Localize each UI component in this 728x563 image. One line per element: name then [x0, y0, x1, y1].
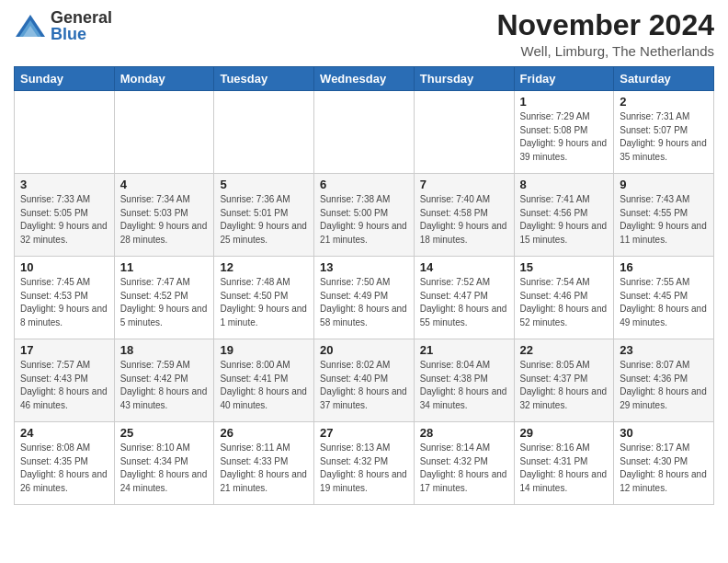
weekday-friday: Friday	[514, 67, 614, 91]
day-number: 21	[420, 343, 508, 357]
page: General Blue November 2024 Well, Limburg…	[0, 0, 728, 519]
day-number: 20	[320, 343, 408, 357]
day-info: Sunrise: 8:10 AM Sunset: 4:34 PM Dayligh…	[120, 442, 209, 495]
day-cell: 21Sunrise: 8:04 AM Sunset: 4:38 PM Dayli…	[414, 339, 514, 422]
day-info: Sunrise: 7:54 AM Sunset: 4:46 PM Dayligh…	[520, 276, 609, 329]
day-cell	[114, 91, 214, 174]
day-cell: 10Sunrise: 7:45 AM Sunset: 4:53 PM Dayli…	[15, 257, 115, 339]
day-info: Sunrise: 7:43 AM Sunset: 4:55 PM Dayligh…	[620, 193, 708, 247]
day-cell: 26Sunrise: 8:11 AM Sunset: 4:33 PM Dayli…	[214, 422, 314, 505]
weekday-thursday: Thursday	[414, 67, 514, 91]
day-cell: 7Sunrise: 7:40 AM Sunset: 4:58 PM Daylig…	[414, 174, 514, 257]
day-info: Sunrise: 8:05 AM Sunset: 4:37 PM Dayligh…	[520, 359, 609, 412]
day-number: 6	[320, 178, 408, 191]
day-info: Sunrise: 7:41 AM Sunset: 4:56 PM Dayligh…	[520, 193, 609, 247]
day-number: 25	[120, 426, 209, 440]
day-cell: 2Sunrise: 7:31 AM Sunset: 5:07 PM Daylig…	[614, 91, 714, 174]
day-cell: 16Sunrise: 7:55 AM Sunset: 4:45 PM Dayli…	[614, 257, 714, 339]
day-cell: 13Sunrise: 7:50 AM Sunset: 4:49 PM Dayli…	[314, 257, 415, 339]
day-number: 4	[120, 178, 209, 191]
day-info: Sunrise: 7:40 AM Sunset: 4:58 PM Dayligh…	[420, 193, 508, 247]
day-info: Sunrise: 7:36 AM Sunset: 5:01 PM Dayligh…	[220, 193, 308, 247]
calendar-body: 1Sunrise: 7:29 AM Sunset: 5:08 PM Daylig…	[15, 91, 714, 505]
day-number: 3	[20, 178, 108, 191]
title-block: November 2024 Well, Limburg, The Netherl…	[496, 9, 714, 59]
week-row-3: 10Sunrise: 7:45 AM Sunset: 4:53 PM Dayli…	[15, 257, 714, 339]
day-cell	[314, 91, 415, 174]
day-cell: 8Sunrise: 7:41 AM Sunset: 4:56 PM Daylig…	[514, 174, 614, 257]
day-number: 22	[520, 343, 609, 357]
day-cell: 29Sunrise: 8:16 AM Sunset: 4:31 PM Dayli…	[514, 422, 614, 505]
day-cell	[214, 91, 314, 174]
day-cell: 1Sunrise: 7:29 AM Sunset: 5:08 PM Daylig…	[514, 91, 614, 174]
week-row-2: 3Sunrise: 7:33 AM Sunset: 5:05 PM Daylig…	[15, 174, 714, 257]
day-info: Sunrise: 7:55 AM Sunset: 4:45 PM Dayligh…	[620, 276, 708, 329]
day-info: Sunrise: 7:45 AM Sunset: 4:53 PM Dayligh…	[20, 276, 108, 329]
day-number: 27	[320, 426, 408, 440]
day-info: Sunrise: 8:17 AM Sunset: 4:30 PM Dayligh…	[620, 442, 708, 495]
weekday-wednesday: Wednesday	[314, 67, 415, 91]
day-number: 16	[620, 260, 708, 274]
day-number: 26	[220, 426, 308, 440]
weekday-monday: Monday	[114, 67, 214, 91]
calendar-subtitle: Well, Limburg, The Netherlands	[496, 43, 714, 59]
day-info: Sunrise: 8:13 AM Sunset: 4:32 PM Dayligh…	[320, 442, 408, 495]
day-number: 29	[520, 426, 609, 440]
day-cell: 23Sunrise: 8:07 AM Sunset: 4:36 PM Dayli…	[614, 339, 714, 422]
week-row-5: 24Sunrise: 8:08 AM Sunset: 4:35 PM Dayli…	[15, 422, 714, 505]
day-cell	[15, 91, 115, 174]
day-info: Sunrise: 8:16 AM Sunset: 4:31 PM Dayligh…	[520, 442, 609, 495]
day-cell: 9Sunrise: 7:43 AM Sunset: 4:55 PM Daylig…	[614, 174, 714, 257]
day-info: Sunrise: 7:48 AM Sunset: 4:50 PM Dayligh…	[220, 276, 308, 329]
day-number: 1	[520, 95, 609, 109]
day-cell: 15Sunrise: 7:54 AM Sunset: 4:46 PM Dayli…	[514, 257, 614, 339]
header: General Blue November 2024 Well, Limburg…	[14, 9, 714, 59]
logo-general-text: General	[51, 9, 112, 26]
day-number: 11	[120, 260, 209, 274]
day-number: 19	[220, 343, 308, 357]
day-cell: 11Sunrise: 7:47 AM Sunset: 4:52 PM Dayli…	[114, 257, 214, 339]
day-info: Sunrise: 7:29 AM Sunset: 5:08 PM Dayligh…	[520, 110, 609, 164]
day-cell: 19Sunrise: 8:00 AM Sunset: 4:41 PM Dayli…	[214, 339, 314, 422]
day-info: Sunrise: 7:47 AM Sunset: 4:52 PM Dayligh…	[120, 276, 209, 329]
day-info: Sunrise: 7:59 AM Sunset: 4:42 PM Dayligh…	[120, 359, 209, 412]
day-number: 24	[20, 426, 108, 440]
day-cell: 5Sunrise: 7:36 AM Sunset: 5:01 PM Daylig…	[214, 174, 314, 257]
day-cell: 24Sunrise: 8:08 AM Sunset: 4:35 PM Dayli…	[15, 422, 115, 505]
day-cell	[414, 91, 514, 174]
day-cell: 4Sunrise: 7:34 AM Sunset: 5:03 PM Daylig…	[114, 174, 214, 257]
day-info: Sunrise: 7:50 AM Sunset: 4:49 PM Dayligh…	[320, 276, 408, 329]
day-cell: 25Sunrise: 8:10 AM Sunset: 4:34 PM Dayli…	[114, 422, 214, 505]
day-cell: 28Sunrise: 8:14 AM Sunset: 4:32 PM Dayli…	[414, 422, 514, 505]
day-cell: 12Sunrise: 7:48 AM Sunset: 4:50 PM Dayli…	[214, 257, 314, 339]
day-info: Sunrise: 8:14 AM Sunset: 4:32 PM Dayligh…	[420, 442, 508, 495]
day-number: 17	[20, 343, 108, 357]
day-cell: 3Sunrise: 7:33 AM Sunset: 5:05 PM Daylig…	[15, 174, 115, 257]
day-cell: 17Sunrise: 7:57 AM Sunset: 4:43 PM Dayli…	[15, 339, 115, 422]
day-number: 5	[220, 178, 308, 191]
logo: General Blue	[14, 9, 112, 42]
day-number: 10	[20, 260, 108, 274]
day-info: Sunrise: 7:33 AM Sunset: 5:05 PM Dayligh…	[20, 193, 108, 247]
day-cell: 6Sunrise: 7:38 AM Sunset: 5:00 PM Daylig…	[314, 174, 415, 257]
day-info: Sunrise: 7:57 AM Sunset: 4:43 PM Dayligh…	[20, 359, 108, 412]
weekday-sunday: Sunday	[15, 67, 115, 91]
day-number: 7	[420, 178, 508, 191]
day-info: Sunrise: 8:11 AM Sunset: 4:33 PM Dayligh…	[220, 442, 308, 495]
day-info: Sunrise: 8:00 AM Sunset: 4:41 PM Dayligh…	[220, 359, 308, 412]
day-cell: 20Sunrise: 8:02 AM Sunset: 4:40 PM Dayli…	[314, 339, 415, 422]
day-info: Sunrise: 7:52 AM Sunset: 4:47 PM Dayligh…	[420, 276, 508, 329]
day-info: Sunrise: 8:07 AM Sunset: 4:36 PM Dayligh…	[620, 359, 708, 412]
day-cell: 18Sunrise: 7:59 AM Sunset: 4:42 PM Dayli…	[114, 339, 214, 422]
day-cell: 22Sunrise: 8:05 AM Sunset: 4:37 PM Dayli…	[514, 339, 614, 422]
day-cell: 30Sunrise: 8:17 AM Sunset: 4:30 PM Dayli…	[614, 422, 714, 505]
day-info: Sunrise: 8:02 AM Sunset: 4:40 PM Dayligh…	[320, 359, 408, 412]
day-number: 8	[520, 178, 609, 191]
day-cell: 27Sunrise: 8:13 AM Sunset: 4:32 PM Dayli…	[314, 422, 415, 505]
weekday-tuesday: Tuesday	[214, 67, 314, 91]
day-number: 12	[220, 260, 308, 274]
day-number: 18	[120, 343, 209, 357]
weekday-header-row: SundayMondayTuesdayWednesdayThursdayFrid…	[15, 67, 714, 91]
calendar-header: SundayMondayTuesdayWednesdayThursdayFrid…	[15, 67, 714, 91]
day-number: 2	[620, 95, 708, 109]
